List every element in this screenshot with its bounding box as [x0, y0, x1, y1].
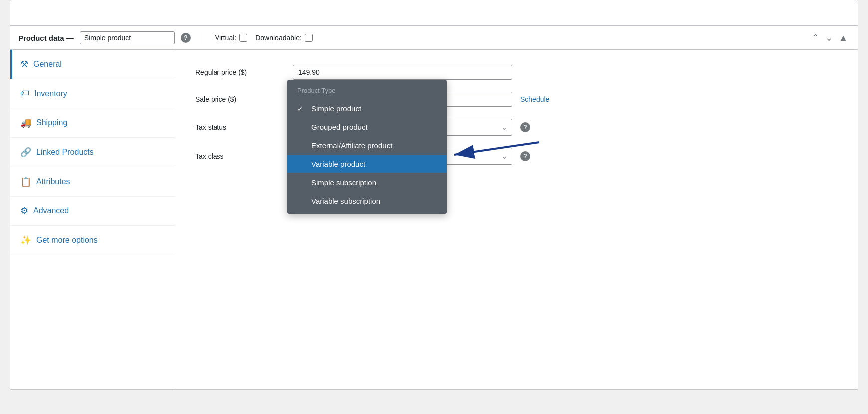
- product-type-select-wrap[interactable]: Simple product Grouped product External/…: [80, 31, 175, 44]
- star-icon: ✨: [20, 235, 31, 246]
- product-type-select[interactable]: Simple product Grouped product External/…: [80, 31, 175, 44]
- sidebar-label-get-more: Get more options: [36, 236, 98, 245]
- sidebar-item-general[interactable]: ⚒ General: [10, 50, 175, 79]
- help-icon[interactable]: ?: [181, 33, 191, 43]
- tax-status-label: Tax status: [195, 123, 285, 131]
- regular-price-row: Regular price ($): [195, 65, 838, 80]
- tax-status-help-icon[interactable]: ?: [520, 122, 530, 132]
- sidebar-item-attributes[interactable]: 📋 Attributes: [10, 167, 175, 197]
- main-content: Regular price ($) Sale price ($) Schedul…: [175, 50, 858, 389]
- sidebar-label-inventory: Inventory: [34, 89, 67, 98]
- list-icon: 📋: [20, 176, 31, 187]
- panel-controls: ⌃ ⌄ ▲: [810, 31, 850, 44]
- sidebar-label-linked-products: Linked Products: [36, 148, 94, 157]
- dropdown-label-simple-sub: Simple subscription: [311, 178, 376, 187]
- dropdown-label-variable: Variable product: [311, 160, 365, 168]
- dropdown-item-simple-sub[interactable]: Simple subscription: [287, 173, 447, 192]
- dropdown-label-grouped: Grouped product: [311, 123, 368, 131]
- gear-icon: ⚙: [20, 206, 28, 216]
- panel-title: Product data —: [18, 34, 74, 42]
- dropdown-item-variable-sub[interactable]: Variable subscription: [287, 192, 447, 210]
- sidebar-label-shipping: Shipping: [36, 118, 67, 127]
- tax-class-label: Tax class: [195, 152, 285, 160]
- schedule-link[interactable]: Schedule: [520, 95, 549, 103]
- panel-body: ⚒ General 🏷 Inventory 🚚 Shipping 🔗 Linke…: [10, 50, 858, 389]
- expand-button[interactable]: ▲: [837, 31, 850, 44]
- wrench-icon: ⚒: [20, 59, 28, 70]
- sidebar: ⚒ General 🏷 Inventory 🚚 Shipping 🔗 Linke…: [10, 50, 175, 389]
- dropdown-label-external: External/Affiliate product: [311, 141, 392, 150]
- virtual-downloadable: Virtual: Downloadable:: [215, 34, 313, 42]
- dropdown-item-variable[interactable]: Variable product: [287, 155, 447, 173]
- sale-price-label: Sale price ($): [195, 95, 285, 103]
- sidebar-item-get-more[interactable]: ✨ Get more options: [10, 226, 175, 255]
- link-icon: 🔗: [20, 147, 31, 158]
- dropdown-item-simple[interactable]: ✓ Simple product: [287, 99, 447, 118]
- sidebar-item-shipping[interactable]: 🚚 Shipping: [10, 108, 175, 138]
- divider: [201, 32, 201, 44]
- panel-header: Product data — Simple product Grouped pr…: [10, 26, 858, 50]
- sidebar-label-advanced: Advanced: [33, 207, 69, 215]
- dropdown-label-simple: Simple product: [311, 104, 361, 113]
- downloadable-label: Downloadable:: [255, 34, 302, 42]
- sidebar-item-linked-products[interactable]: 🔗 Linked Products: [10, 138, 175, 167]
- truck-icon: 🚚: [20, 117, 31, 128]
- dropdown-label-variable-sub: Variable subscription: [311, 197, 380, 205]
- downloadable-checkbox-label[interactable]: Downloadable:: [255, 34, 313, 42]
- dropdown-header: Product Type: [287, 84, 447, 99]
- dropdown-item-external[interactable]: External/Affiliate product: [287, 136, 447, 155]
- downloadable-checkbox[interactable]: [305, 34, 313, 42]
- checkmark-simple: ✓: [297, 105, 305, 113]
- sidebar-item-inventory[interactable]: 🏷 Inventory: [10, 79, 175, 108]
- regular-price-input[interactable]: [293, 65, 512, 80]
- sidebar-label-general: General: [33, 60, 62, 69]
- collapse-down-button[interactable]: ⌄: [823, 31, 835, 44]
- tax-class-help-icon[interactable]: ?: [520, 151, 530, 161]
- product-type-dropdown: Product Type ✓ Simple product Grouped pr…: [287, 80, 447, 214]
- virtual-checkbox-label[interactable]: Virtual:: [215, 34, 247, 42]
- collapse-up-button[interactable]: ⌃: [810, 31, 821, 44]
- virtual-checkbox[interactable]: [239, 34, 247, 42]
- sidebar-item-advanced[interactable]: ⚙ Advanced: [10, 197, 175, 226]
- sidebar-label-attributes: Attributes: [36, 177, 70, 186]
- dropdown-item-grouped[interactable]: Grouped product: [287, 118, 447, 136]
- product-data-panel: Product data — Simple product Grouped pr…: [10, 26, 858, 390]
- regular-price-label: Regular price ($): [195, 68, 285, 76]
- tag-icon: 🏷: [20, 88, 29, 99]
- virtual-label: Virtual:: [215, 34, 236, 42]
